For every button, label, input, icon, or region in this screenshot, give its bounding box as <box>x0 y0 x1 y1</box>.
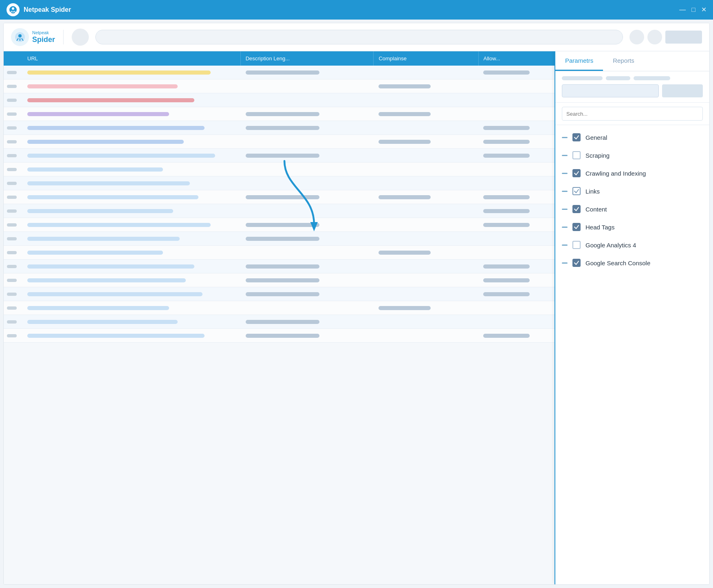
cell-allow <box>478 182 555 185</box>
table-row[interactable] <box>4 218 555 232</box>
cell-desc <box>241 182 374 185</box>
param-checkbox[interactable] <box>572 187 581 195</box>
table-row[interactable] <box>4 204 555 218</box>
toolbar-action-2[interactable] <box>647 30 662 44</box>
table-row[interactable] <box>4 107 555 121</box>
cell-num <box>4 152 22 159</box>
cell-url <box>22 166 241 173</box>
cell-allow <box>478 221 555 229</box>
toolbar-separator <box>63 30 64 44</box>
minimize-button[interactable]: — <box>679 7 686 13</box>
table-row[interactable] <box>4 121 555 135</box>
param-checkbox[interactable] <box>572 205 581 213</box>
url-bar[interactable] <box>95 30 623 44</box>
cell-comp <box>374 223 478 227</box>
cell-allow <box>478 251 555 254</box>
param-item-scraping[interactable]: Scraping <box>555 146 709 164</box>
table-row[interactable] <box>4 163 555 176</box>
toolbar-main-button[interactable] <box>665 31 702 44</box>
param-label: Head Tags <box>585 224 614 231</box>
cell-desc <box>241 124 374 132</box>
param-item-content[interactable]: Content <box>555 200 709 218</box>
cell-comp <box>374 138 478 145</box>
cell-allow <box>478 138 555 145</box>
table-row[interactable] <box>4 66 555 79</box>
param-item-links[interactable]: Links <box>555 182 709 200</box>
cell-allow <box>478 152 555 159</box>
table-row[interactable] <box>4 260 555 273</box>
col-header-url[interactable]: URL <box>22 51 241 66</box>
param-checkbox[interactable] <box>572 259 581 267</box>
ctrl-button[interactable] <box>662 84 703 97</box>
cell-url <box>22 207 241 215</box>
table-row[interactable] <box>4 190 555 204</box>
cell-url <box>22 304 241 312</box>
cell-url <box>22 180 241 187</box>
dash-icon <box>562 244 568 246</box>
param-item-google-search-console[interactable]: Google Search Console <box>555 254 709 272</box>
param-checkbox[interactable] <box>572 223 581 231</box>
table-row[interactable] <box>4 301 555 315</box>
cell-desc <box>241 306 374 310</box>
table-row[interactable] <box>4 135 555 149</box>
cell-allow <box>478 263 555 270</box>
table-row[interactable] <box>4 79 555 93</box>
cell-allow <box>478 112 555 116</box>
cell-url <box>22 318 241 326</box>
param-checkbox[interactable] <box>572 151 581 159</box>
cell-num <box>4 319 22 325</box>
param-item-google-analytics-4[interactable]: Google Analytics 4 <box>555 236 709 254</box>
control-row-1 <box>562 76 703 80</box>
cell-num <box>4 111 22 117</box>
cell-desc <box>241 110 374 118</box>
param-list: GeneralScrapingCrawling and IndexingLink… <box>555 125 709 584</box>
cell-allow <box>478 291 555 298</box>
param-checkbox[interactable] <box>572 241 581 249</box>
cell-num <box>4 97 22 104</box>
col-header-comp[interactable]: Complainse <box>374 51 478 66</box>
param-label: Content <box>585 206 607 213</box>
tab-parametrs[interactable]: Parametrs <box>555 51 603 71</box>
table-row[interactable] <box>4 232 555 246</box>
param-item-crawling-and-indexing[interactable]: Crawling and Indexing <box>555 164 709 182</box>
cell-desc <box>241 85 374 88</box>
cell-url <box>22 152 241 159</box>
maximize-button[interactable]: □ <box>691 7 695 13</box>
table-row[interactable] <box>4 287 555 301</box>
toolbar-action-1[interactable] <box>629 30 644 44</box>
cell-desc <box>241 69 374 76</box>
right-panel: Parametrs Reports <box>555 51 709 584</box>
cell-url <box>22 277 241 284</box>
param-label: Google Analytics 4 <box>585 242 636 249</box>
table-row[interactable] <box>4 93 555 107</box>
param-item-general[interactable]: General <box>555 128 709 146</box>
table-row[interactable] <box>4 246 555 260</box>
cell-allow <box>478 99 555 102</box>
cell-url <box>22 110 241 118</box>
cell-allow <box>478 277 555 284</box>
param-checkbox[interactable] <box>572 169 581 177</box>
panel-tabs: Parametrs Reports <box>555 51 709 71</box>
param-item-head-tags[interactable]: Head Tags <box>555 218 709 236</box>
table-row[interactable] <box>4 329 555 343</box>
col-header-allow[interactable]: Allow... <box>479 51 555 66</box>
table-header: URL Description Leng... Complainse Allow… <box>4 51 555 66</box>
cell-allow <box>478 320 555 324</box>
table-row[interactable] <box>4 149 555 163</box>
cell-comp <box>374 168 478 171</box>
tab-reports[interactable]: Reports <box>603 51 644 71</box>
table-row[interactable] <box>4 273 555 287</box>
table-row[interactable] <box>4 176 555 190</box>
ctrl-select[interactable] <box>562 84 659 97</box>
cell-desc <box>241 152 374 159</box>
toolbar-actions <box>629 30 702 44</box>
close-button[interactable]: ✕ <box>701 7 706 13</box>
cell-desc <box>241 263 374 270</box>
dash-icon <box>562 155 568 156</box>
col-header-desc[interactable]: Description Leng... <box>241 51 374 66</box>
cell-num <box>4 83 22 90</box>
brand-top: Netpeak <box>32 30 55 35</box>
search-input[interactable] <box>562 107 703 121</box>
table-row[interactable] <box>4 315 555 329</box>
param-checkbox[interactable] <box>572 133 581 141</box>
